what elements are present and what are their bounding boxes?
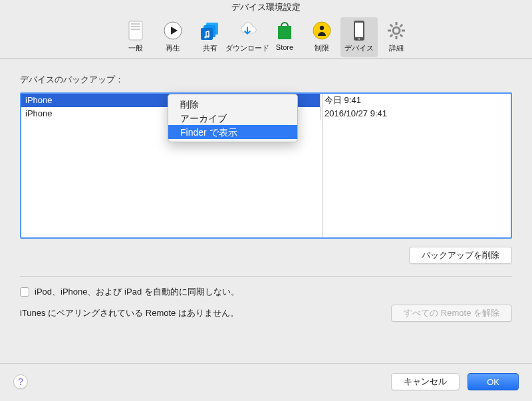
general-icon (125, 20, 146, 41)
svg-point-10 (207, 35, 209, 38)
divider (20, 276, 512, 277)
toolbar-sharing[interactable]: 共有 (192, 17, 229, 57)
context-menu: 削除 アーカイブ Finder で表示 (168, 94, 298, 142)
toolbar-label: デバイス (344, 43, 374, 53)
svg-line-22 (390, 25, 393, 27)
window-title: デバイス環境設定 (0, 0, 532, 15)
svg-rect-1 (131, 23, 140, 25)
toolbar-downloads[interactable]: ダウンロード (229, 17, 266, 57)
svg-point-12 (313, 22, 331, 39)
footer: ? キャンセル OK (0, 363, 532, 401)
parental-control-icon (311, 20, 332, 41)
toolbar-label: 詳細 (389, 43, 404, 53)
toolbar-label: 一般 (128, 43, 143, 53)
ok-button[interactable]: OK (467, 373, 519, 390)
music-stack-icon (200, 20, 221, 41)
cancel-button[interactable]: キャンセル (391, 373, 460, 390)
backup-date-cell: 今日 9:41 (321, 94, 511, 107)
toolbar-label: 制限 (315, 43, 329, 53)
toolbar-label: 再生 (166, 43, 180, 53)
shopping-bag-icon (274, 20, 295, 41)
toolbar-label: 共有 (203, 43, 217, 53)
remote-status-text: iTunes にペアリングされている Remote はありません。 (20, 307, 239, 319)
toolbar-store[interactable]: Store (266, 17, 303, 57)
toolbar-restrictions[interactable]: 制限 (303, 17, 340, 57)
iphone-icon (348, 20, 370, 41)
column-divider (322, 94, 323, 237)
forget-remotes-button: すべての Remote を解除 (391, 305, 512, 322)
svg-rect-8 (201, 28, 213, 40)
cloud-download-icon (237, 20, 258, 41)
svg-line-23 (400, 35, 403, 37)
remote-row: iTunes にペアリングされている Remote はありません。 すべての R… (20, 305, 512, 322)
toolbar-label: ダウンロード (225, 43, 269, 53)
gear-icon (386, 20, 407, 41)
delete-backup-button[interactable]: バックアップを削除 (409, 247, 512, 264)
svg-line-25 (390, 35, 393, 37)
svg-rect-2 (131, 26, 140, 27)
auto-sync-row: iPod、iPhone、および iPad を自動的に同期しない。 (20, 286, 512, 298)
toolbar-advanced[interactable]: 詳細 (378, 17, 415, 57)
play-icon (162, 20, 184, 41)
auto-sync-checkbox[interactable] (20, 287, 29, 297)
menu-item-archive[interactable]: アーカイブ (168, 111, 297, 125)
toolbar-general[interactable]: 一般 (117, 17, 154, 57)
toolbar-devices[interactable]: デバイス (340, 17, 378, 57)
preferences-toolbar: 一般 再生 共有 ダウンロード Store 制限 デバイス (0, 15, 532, 59)
svg-point-16 (358, 38, 360, 40)
svg-rect-15 (355, 23, 363, 37)
toolbar-label: Store (276, 43, 293, 51)
backup-date-cell: 2016/10/27 9:41 (321, 107, 511, 120)
menu-item-show-in-finder[interactable]: Finder で表示 (168, 125, 297, 139)
svg-rect-3 (131, 29, 140, 30)
menu-item-delete[interactable]: 削除 (168, 97, 297, 111)
auto-sync-label: iPod、iPhone、および iPad を自動的に同期しない。 (35, 286, 239, 298)
svg-point-13 (320, 26, 324, 30)
svg-point-9 (204, 36, 207, 39)
svg-rect-11 (278, 26, 291, 39)
svg-line-24 (400, 25, 403, 27)
backups-label: デバイスのバックアップ： (20, 74, 512, 86)
help-button[interactable]: ? (13, 374, 28, 389)
content-area: デバイスのバックアップ： iPhone 今日 9:41 iPhone 2016/… (0, 59, 532, 322)
svg-point-17 (393, 27, 400, 34)
toolbar-playback[interactable]: 再生 (154, 17, 192, 57)
backup-table[interactable]: iPhone 今日 9:41 iPhone 2016/10/27 9:41 削除… (20, 92, 512, 239)
